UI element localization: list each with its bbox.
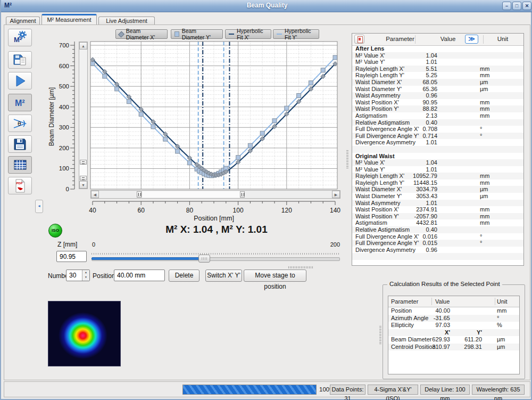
svg-text:M²: M² — [14, 36, 22, 44]
table-row: M² Value X'1.04 — [352, 52, 523, 59]
diamond-marker-icon — [118, 31, 124, 37]
save-report-button[interactable] — [8, 51, 32, 69]
table-row: Waist Diameter X'68.05µm — [352, 79, 523, 86]
point-number-spinner[interactable]: 30 ▲ ▼ — [66, 270, 90, 281]
save-report-icon — [13, 53, 27, 67]
scroll-down-button[interactable]: ▼ — [79, 181, 87, 189]
table-row: Waist Position X'2374.91mm — [352, 206, 523, 213]
chart-panel-splitter[interactable] — [346, 150, 348, 168]
chart-horizontal-scrollbar[interactable]: ◀ ▶ — [90, 190, 340, 199]
legend-hyperbolic-fit-y[interactable]: Hyperbolic Fit Y' — [273, 29, 319, 39]
calc-results-title: Calculation Results of the Selected Poin… — [387, 281, 502, 287]
zoom-grip-bottom[interactable] — [80, 176, 87, 181]
table-row: Waist Diameter Y'3053.43µm — [352, 193, 523, 200]
calc-panel-splitter[interactable] — [379, 326, 381, 344]
table-row: Waist Position Y'-2057.90mm — [352, 213, 523, 220]
scroll-up-button[interactable]: ▲ — [79, 42, 87, 50]
legend-label: Hyperbolic Fit X' — [237, 28, 268, 40]
horizontal-splitter[interactable] — [288, 266, 313, 268]
divergence-view-button[interactable]: θ — [8, 115, 32, 132]
calc-table-header: Parameter Value Unit — [388, 296, 519, 307]
scroll-left-button[interactable]: ◀ — [91, 191, 99, 198]
table-row: After Lens — [352, 45, 523, 52]
report-info-button[interactable] — [354, 35, 364, 44]
spinner-arrows[interactable]: ▲ ▼ — [82, 270, 89, 281]
chart-vertical-scrollbar[interactable]: ▲ ▼ — [79, 42, 88, 189]
scroll-right-button[interactable]: ▶ — [332, 191, 340, 198]
table-row: Astigmatism2.13mm — [352, 112, 523, 119]
table-row: Centroid Position310.97298.31µm — [388, 344, 519, 351]
z-slider-min-label: 0 — [92, 241, 95, 248]
table-row: Full Divergence Angle X'0.708° — [352, 126, 523, 133]
svg-text:100: 100 — [233, 207, 244, 214]
grid-icon — [14, 160, 27, 170]
tab-m2-measurement[interactable]: M² Measurement — [41, 14, 97, 25]
column-separator — [495, 298, 495, 305]
tab-alignment[interactable]: Alignment — [6, 17, 40, 25]
legend-label: Beam Diameter Y' — [182, 28, 219, 40]
svg-text:40: 40 — [89, 207, 96, 214]
column-value: Value — [435, 296, 450, 307]
svg-text:600: 600 — [59, 63, 69, 69]
column-separator — [483, 35, 484, 44]
minimize-button[interactable]: – — [502, 2, 511, 10]
legend-label: Beam Diameter X' — [126, 28, 164, 40]
position-label: Position — [93, 272, 115, 280]
legend-hyperbolic-fit-x[interactable]: Hyperbolic Fit X' — [225, 29, 271, 39]
z-position-field[interactable]: 90.95 — [56, 251, 87, 262]
m2-view-button[interactable]: M² — [8, 94, 32, 111]
slider-handle[interactable] — [198, 255, 210, 263]
measurement-settings-button[interactable]: M² — [8, 29, 32, 46]
zoom-grip-left[interactable] — [137, 191, 142, 198]
export-pdf-button[interactable]: PDF — [8, 177, 32, 194]
z-position-slider[interactable] — [92, 250, 340, 264]
spinner-down-icon[interactable]: ▼ — [85, 275, 87, 279]
m2-icon: M² — [13, 97, 27, 109]
window-title: Beam Quality — [1, 2, 532, 9]
measurement-progress-bar — [182, 385, 317, 395]
table-row — [352, 253, 523, 260]
maximize-button[interactable]: □ — [512, 2, 521, 10]
calc-results-table: Parameter Value Unit Position40.00mmAzim… — [388, 296, 520, 374]
spinner-value: 30 — [69, 270, 76, 281]
spinner-up-icon[interactable]: ▲ — [85, 271, 87, 274]
save-data-button[interactable] — [8, 135, 32, 153]
svg-text:PDF: PDF — [16, 182, 22, 185]
close-button[interactable]: ✕ — [522, 2, 531, 10]
switch-xy-button[interactable]: Switch X' Y' — [205, 270, 242, 282]
collapse-toolbar-button[interactable]: ◂ — [35, 200, 43, 213]
tab-live-adjustment[interactable]: Live Adjustment — [98, 17, 155, 25]
position-field[interactable]: 40.00 mm — [114, 270, 165, 281]
table-row: Azimuth Angle-31.65° — [388, 315, 519, 322]
table-row: Waist Position Y'88.82mm — [352, 105, 523, 112]
application-window: M² Beam Quality – □ ✕ Alignment M² Measu… — [0, 0, 532, 400]
table-row: Waist Asymmetry0.96 — [352, 92, 523, 99]
calculation-results-groupbox: Calculation Results of the Selected Poin… — [383, 284, 525, 379]
svg-text:300: 300 — [59, 124, 69, 130]
legend-beam-diameter-y[interactable]: Beam Diameter Y' — [171, 29, 223, 39]
table-row — [352, 260, 523, 266]
delete-button[interactable]: Delete — [169, 270, 200, 282]
start-measurement-button[interactable] — [8, 72, 32, 89]
table-row: Full Divergence Angle Y'0.714° — [352, 133, 523, 140]
square-marker-icon — [174, 31, 179, 37]
status-data-points: Data Points: 31 — [330, 385, 365, 395]
calc-table-body: Position40.00mmAzimuth Angle-31.65°Ellip… — [388, 307, 519, 350]
measurement-settings-icon: M² — [13, 31, 27, 44]
zoom-grip-top[interactable] — [80, 160, 87, 165]
table-row: Divergence Asymmetry1.01 — [352, 139, 523, 146]
zoom-range-thumb[interactable] — [142, 191, 242, 198]
expand-panel-button[interactable]: ≫ — [465, 35, 478, 44]
table-view-button[interactable] — [8, 156, 32, 174]
column-parameter: Parameter — [391, 296, 418, 307]
table-row: Waist Asymmetry1.01 — [352, 200, 523, 207]
zoom-grip-right[interactable] — [240, 191, 245, 198]
table-row: Full Divergence Angle X'0.016° — [352, 233, 523, 240]
table-row: Relative Astigmatism0.40 — [352, 226, 523, 233]
column-unit: Unit — [497, 296, 508, 307]
beam-spot — [48, 301, 120, 366]
legend-beam-diameter-x[interactable]: Beam Diameter X' — [115, 29, 168, 39]
svg-text:200: 200 — [59, 145, 69, 151]
move-stage-button[interactable]: Move stage to position — [244, 270, 306, 282]
table-row: Waist Diameter X'3034.79µm — [352, 186, 523, 193]
